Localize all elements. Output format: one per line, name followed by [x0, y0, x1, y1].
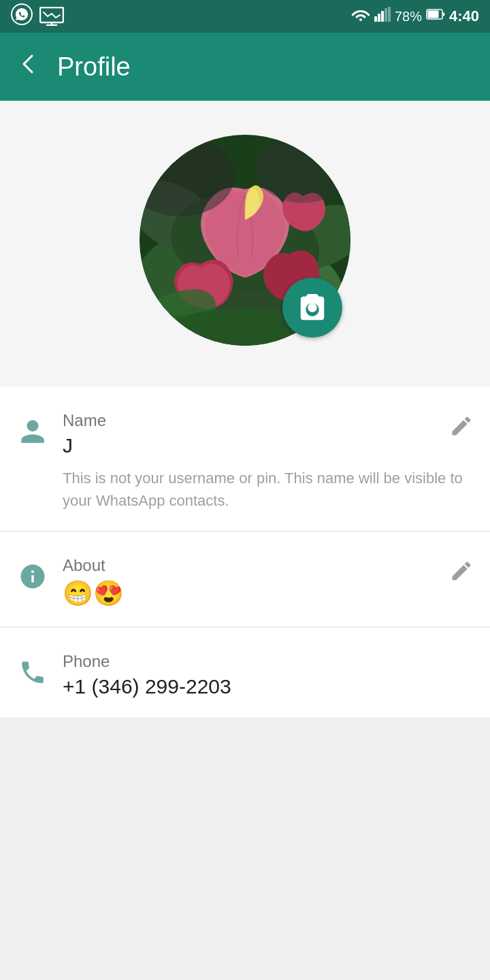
phone-value: +1 (346) 299-2203	[63, 675, 474, 698]
svg-rect-5	[385, 8, 387, 22]
svg-rect-3	[378, 14, 380, 22]
wifi-icon	[351, 7, 370, 26]
name-content: Name J This is not your username or pin.…	[63, 411, 474, 512]
svg-rect-4	[381, 11, 384, 22]
svg-point-21	[255, 135, 350, 203]
phone-label: Phone	[63, 652, 474, 671]
status-bar-left	[11, 3, 64, 30]
info-icon	[16, 560, 49, 593]
signal-icon	[374, 7, 391, 26]
avatar-section	[0, 101, 490, 387]
svg-rect-6	[388, 7, 391, 22]
avatar-container	[140, 135, 350, 346]
battery-icon	[426, 7, 445, 25]
name-hint: This is not your username or pin. This n…	[63, 467, 474, 512]
svg-rect-2	[374, 16, 377, 22]
phone-row: Phone +1 (346) 299-2203	[0, 627, 490, 717]
phone-icon	[16, 656, 49, 689]
about-edit-button[interactable]	[449, 559, 474, 586]
name-label: Name	[63, 411, 474, 430]
svg-rect-8	[427, 11, 438, 18]
about-row: About 😁😍	[0, 532, 490, 627]
app-header: Profile	[0, 33, 490, 101]
person-icon	[16, 415, 49, 448]
time-display: 4:40	[449, 7, 479, 25]
back-button[interactable]	[16, 52, 41, 82]
name-edit-button[interactable]	[449, 414, 474, 441]
monitor-icon	[39, 7, 64, 26]
status-bar: 78% 4:40	[0, 0, 490, 33]
battery-percentage: 78%	[395, 9, 422, 24]
phone-content: Phone +1 (346) 299-2203	[63, 652, 474, 698]
change-photo-button[interactable]	[282, 278, 342, 338]
profile-info-section: Name J This is not your username or pin.…	[0, 387, 490, 717]
name-row: Name J This is not your username or pin.…	[0, 387, 490, 532]
page-title: Profile	[57, 52, 131, 82]
about-label: About	[63, 556, 474, 575]
whatsapp-status-icon	[11, 3, 33, 30]
about-content: About 😁😍	[63, 556, 474, 608]
about-value: 😁😍	[63, 579, 474, 608]
status-bar-right: 78% 4:40	[351, 7, 479, 26]
name-value: J	[63, 434, 474, 457]
